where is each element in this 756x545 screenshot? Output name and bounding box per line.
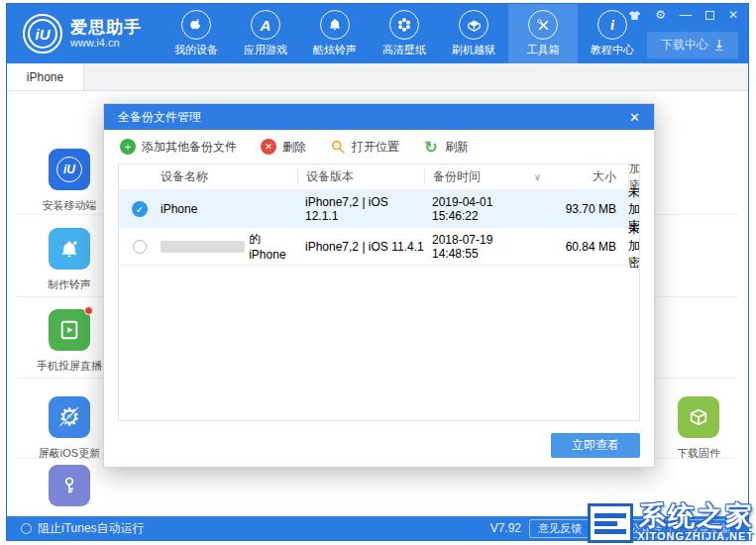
feedback-button[interactable]: 意见反馈 [529, 519, 591, 538]
row1-device-name: iPhone [161, 202, 297, 216]
row1-size: 93.70 MB [551, 202, 628, 216]
brand-logo-text: iU [28, 19, 57, 49]
toolbox-content: iU 安装移动端 制作铃声 手机投屏直播 ⚙ [7, 91, 748, 516]
status-bar: 阻止iTunes自动运行 V7.92 意见反馈 微信公众号 检查更新 [7, 516, 748, 540]
delete-icon: ✕ [261, 139, 276, 155]
table-header-row: 设备名称 设备版本 备份时间 ∨ 大小 加密 [119, 164, 639, 190]
restriction-key-icon [49, 465, 90, 506]
nav-label: 工具箱 [527, 43, 560, 57]
modal-toolbar: + 添加其他备份文件 ✕ 删除 打开位置 ↻ 刷新 [104, 130, 654, 164]
magnifier-icon [330, 139, 346, 155]
delete-backup-button[interactable]: ✕ 删除 [261, 139, 306, 156]
row2-encryption: 未加密 [628, 221, 640, 272]
screenshot-stage: iU 爱思助手 www.i4.cn 我的设备 A 应用游戏 [0, 0, 756, 545]
backup-row-1[interactable]: ✓ iPhone iPhone7,2 | iOS 12.1.1 2019-04-… [119, 190, 639, 228]
nav-label: 刷机越狱 [452, 43, 495, 57]
iu-app-icon: iU [49, 149, 90, 190]
settings-gear-icon[interactable]: ⚙ [655, 9, 666, 21]
row1-device-version: iPhone7,2 | iOS 12.1.1 [297, 195, 424, 223]
apple-icon [181, 10, 211, 40]
radio-unselected-icon[interactable] [133, 240, 147, 254]
open-location-label: 打开位置 [352, 139, 399, 156]
nav-label: 应用游戏 [244, 43, 287, 57]
backup-row-2[interactable]: 的 iPhone iPhone7,2 | iOS 11.4.1 2018-07-… [119, 228, 639, 266]
radio-selected-icon[interactable]: ✓ [132, 201, 148, 217]
maximize-button[interactable] [705, 9, 714, 21]
nav-label: 教程中心 [591, 43, 634, 57]
header-device-name[interactable]: 设备名称 [161, 168, 297, 185]
brand: iU 爱思助手 www.i4.cn [7, 14, 156, 54]
wechat-official-button[interactable]: 微信公众号 [598, 519, 671, 538]
close-button[interactable]: ✕ [728, 9, 738, 21]
backup-table: 设备名称 设备版本 备份时间 ∨ 大小 加密 ✓ iPhone iPhone7,… [118, 164, 640, 421]
notification-dot [84, 306, 93, 315]
toolbox-icon [528, 10, 558, 40]
wallpaper-flower-icon [389, 10, 419, 40]
status-bar-right: V7.92 意见反馈 微信公众号 检查更新 [490, 519, 740, 538]
screen-mirror-icon [49, 309, 90, 351]
row2-size: 60.84 MB [551, 240, 628, 254]
radio-circle-icon [21, 523, 32, 534]
download-center-button[interactable]: 下载中心 [647, 32, 738, 58]
skin-icon[interactable] [628, 9, 641, 21]
backup-manager-modal: 全备份文件管理 ✕ + 添加其他备份文件 ✕ 删除 打开位置 [103, 103, 655, 468]
nav-item-my-device[interactable]: 我的设备 [162, 4, 231, 63]
tool-label: 下载固件 [677, 446, 720, 461]
open-location-button[interactable]: 打开位置 [330, 139, 399, 156]
add-backup-label: 添加其他备份文件 [142, 139, 237, 156]
brand-name: 爱思助手 [70, 18, 142, 38]
delete-label: 删除 [282, 139, 306, 156]
row2-device-name: 的 iPhone [161, 231, 297, 262]
brand-url: www.i4.cn [70, 37, 142, 50]
tool-label: 安装移动端 [43, 198, 97, 213]
plus-icon: + [120, 139, 136, 155]
modal-titlebar[interactable]: 全备份文件管理 ✕ [104, 104, 654, 130]
nav-label: 我的设备 [174, 43, 218, 57]
info-icon: i [597, 10, 627, 40]
refresh-button[interactable]: ↻ 刷新 [423, 139, 469, 156]
brand-logo-icon: iU [23, 14, 62, 54]
version-label: V7.92 [490, 521, 521, 535]
tool-label: 制作铃声 [48, 277, 91, 292]
row2-backup-time: 2018-07-19 14:48:55 [424, 233, 551, 261]
ringtone-bell-icon [49, 228, 90, 270]
block-itunes-toggle[interactable]: 阻止iTunes自动运行 [21, 520, 145, 537]
app-window: iU 爱思助手 www.i4.cn 我的设备 A 应用游戏 [6, 3, 749, 541]
modal-title: 全备份文件管理 [118, 109, 201, 126]
tool-access-restriction[interactable]: 访问限制 [22, 465, 117, 516]
minimize-button[interactable]: — [680, 9, 692, 21]
sort-chevron-icon[interactable]: ∨ [534, 171, 541, 182]
row2-device-version: iPhone7,2 | iOS 11.4.1 [297, 240, 424, 254]
tool-label: 手机投屏直播 [37, 359, 102, 374]
row2-backup-time-value: 2018-07-19 14:48:55 [432, 233, 541, 261]
header-device-version[interactable]: 设备版本 [297, 168, 424, 185]
nav-item-apps-games[interactable]: A 应用游戏 [231, 4, 300, 63]
header-size[interactable]: 大小 [551, 168, 628, 185]
row1-backup-time-value: 2019-04-01 15:46:22 [432, 195, 541, 223]
modal-footer: 立即查看 [104, 421, 654, 467]
redacted-name-block [161, 241, 245, 253]
check-update-button[interactable]: 检查更新 [679, 519, 740, 538]
add-backup-button[interactable]: + 添加其他备份文件 [120, 139, 237, 156]
nav-label: 高清壁纸 [382, 43, 426, 57]
refresh-icon: ↻ [423, 139, 439, 155]
main-nav: 我的设备 A 应用游戏 酷炫铃声 高清壁纸 [162, 4, 647, 63]
modal-close-icon[interactable]: ✕ [625, 110, 644, 125]
tool-download-firmware[interactable]: 下载固件 [651, 396, 746, 461]
nav-item-wallpapers[interactable]: 高清壁纸 [370, 4, 439, 63]
nav-item-ringtones[interactable]: 酷炫铃声 [300, 4, 370, 63]
download-arrow-icon [714, 40, 724, 51]
bell-icon [320, 10, 350, 40]
device-tab-strip: iPhone [7, 63, 748, 91]
header-backup-time-label: 备份时间 [433, 168, 481, 185]
nav-item-toolbox[interactable]: 工具箱 [508, 4, 578, 63]
view-now-button[interactable]: 立即查看 [551, 433, 640, 458]
header-backup-time[interactable]: 备份时间 ∨ [424, 168, 551, 185]
tool-label: 屏蔽iOS更新 [39, 446, 100, 461]
row1-backup-time: 2019-04-01 15:46:22 [424, 195, 551, 223]
tab-iphone[interactable]: iPhone [7, 63, 84, 90]
window-controls: ⚙ — ✕ [628, 9, 738, 21]
appstore-icon: A [251, 10, 280, 40]
nav-item-jailbreak[interactable]: 刷机越狱 [439, 4, 508, 63]
row2-device-name-suffix: 的 iPhone [249, 231, 297, 262]
